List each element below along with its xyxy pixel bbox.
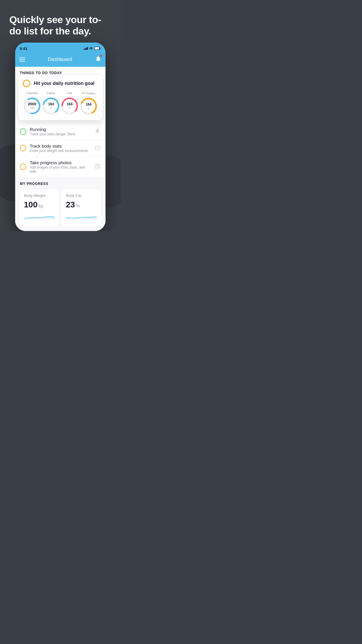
battery-icon	[94, 47, 101, 50]
body-fat-card[interactable]: Body Fat 23 %	[62, 189, 101, 226]
track-body-check-circle	[20, 145, 26, 151]
running-title: Running	[30, 127, 91, 132]
menu-button[interactable]	[19, 57, 25, 62]
nutrition-card[interactable]: Hit your daily nutrition goal Calories 2…	[18, 75, 103, 120]
svg-rect-2	[100, 48, 101, 49]
running-check-circle	[20, 128, 26, 135]
track-body-icon	[94, 144, 101, 152]
svg-text:g: g	[88, 107, 89, 109]
phone-screen: 9:41	[15, 43, 106, 231]
progress-cards: Body Weight 100 kg	[20, 189, 101, 226]
notification-badge	[100, 55, 102, 57]
svg-rect-20	[95, 164, 100, 168]
nutrition-title: Hit your daily nutrition goal	[34, 81, 94, 86]
status-bar: 9:41	[15, 43, 106, 53]
status-time: 9:41	[20, 46, 27, 51]
header-title: Dashboard	[48, 57, 72, 62]
body-weight-title: Body Weight	[24, 193, 55, 198]
protein-label: ★ Protein	[82, 91, 95, 95]
body-fat-value: 23 %	[66, 200, 97, 209]
protein-donut: 164 g	[79, 97, 98, 116]
app-header: Dashboard	[15, 53, 106, 67]
hero-section: Quickly see your to-do list for the day.	[0, 0, 121, 43]
svg-text:2000: 2000	[28, 102, 36, 106]
fat-circle-item: Fat 164 g	[60, 91, 79, 115]
body-fat-sparkline	[66, 212, 97, 221]
status-icons	[84, 47, 101, 50]
progress-photo-subtitle: Add images of your front, back, and side	[30, 165, 91, 174]
body-weight-unit: kg	[39, 204, 43, 208]
fat-donut: 164 g	[60, 97, 79, 115]
progress-photo-check-circle	[20, 164, 26, 170]
body-weight-number: 100	[24, 200, 38, 209]
svg-text:cal: cal	[30, 106, 34, 109]
body-weight-sparkline	[24, 212, 55, 221]
phone-mockup: 9:41	[15, 43, 106, 231]
svg-rect-1	[95, 47, 99, 49]
todo-track-body[interactable]: Track body stats Enter your weight and m…	[15, 140, 106, 156]
body-weight-value: 100 kg	[24, 200, 55, 209]
body-fat-number: 23	[66, 200, 75, 209]
phone-content: THINGS TO DO TODAY Hit your daily nutrit…	[15, 67, 106, 231]
svg-rect-19	[95, 146, 100, 149]
calories-circle-item: Calories 2000 cal	[23, 91, 41, 115]
nutrition-circles: Calories 2000 cal Carbs	[23, 91, 98, 116]
notification-button[interactable]	[95, 55, 101, 63]
hero-title: Quickly see your to-do list for the day.	[9, 14, 111, 37]
track-body-subtitle: Enter your weight and measurements	[30, 149, 91, 153]
svg-text:g: g	[50, 106, 52, 109]
svg-text:164: 164	[48, 102, 54, 106]
body-fat-title: Body Fat	[66, 193, 97, 198]
svg-text:g: g	[69, 106, 70, 109]
carbs-circle-item: Carbs 164 g	[42, 91, 60, 115]
progress-section-label: MY PROGRESS	[20, 182, 101, 186]
nutrition-header: Hit your daily nutrition goal	[23, 80, 98, 87]
running-subtitle: Track your stats (target: 5km)	[30, 132, 91, 136]
todo-running[interactable]: Running Track your stats (target: 5km)	[15, 123, 106, 140]
running-text: Running Track your stats (target: 5km)	[30, 127, 91, 136]
body-fat-unit: %	[76, 204, 80, 208]
track-body-text: Track body stats Enter your weight and m…	[30, 144, 91, 153]
protein-circle-item: ★ Protein 164 g	[79, 91, 98, 116]
svg-text:164: 164	[86, 102, 92, 106]
carbs-label: Carbs	[47, 91, 55, 95]
wifi-icon	[89, 47, 93, 50]
nutrition-check-circle	[23, 80, 30, 87]
progress-photo-icon	[94, 163, 101, 171]
calories-label: Calories	[26, 91, 38, 95]
calories-donut: 2000 cal	[23, 97, 41, 115]
progress-photo-text: Take progress photos Add images of your …	[30, 160, 91, 174]
progress-section: MY PROGRESS Body Weight 100 kg	[15, 177, 106, 231]
background-page: Quickly see your to-do list for the day.…	[0, 0, 121, 231]
body-weight-card[interactable]: Body Weight 100 kg	[20, 189, 59, 226]
running-icon	[94, 128, 101, 136]
svg-point-21	[97, 165, 99, 167]
track-body-title: Track body stats	[30, 144, 91, 148]
protein-star-icon: ★	[82, 91, 85, 95]
progress-photo-title: Take progress photos	[30, 160, 91, 165]
carbs-donut: 164 g	[42, 97, 60, 115]
fat-label: Fat	[67, 91, 72, 95]
todo-progress-photos[interactable]: Take progress photos Add images of your …	[15, 156, 106, 177]
signal-icon	[84, 47, 88, 50]
svg-text:164: 164	[67, 102, 73, 106]
